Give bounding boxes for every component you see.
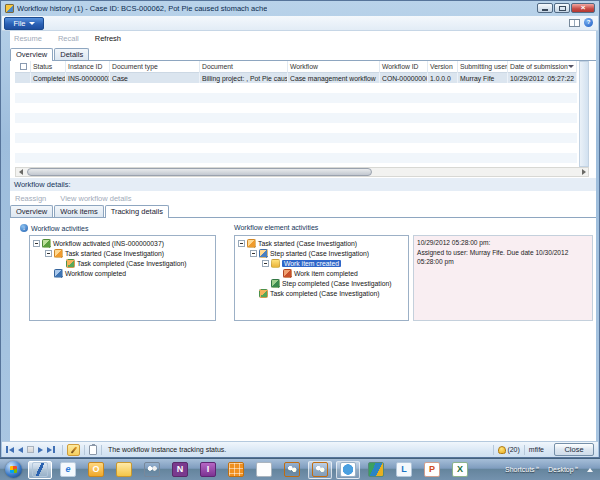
step-completed-icon <box>271 279 280 288</box>
powerpoint-icon: P <box>424 462 440 477</box>
show-hidden-icons-button[interactable] <box>587 468 593 472</box>
edit-mode-button[interactable] <box>67 444 80 456</box>
workflow-completed-icon <box>54 269 63 278</box>
grid-empty-row <box>15 133 577 143</box>
column-header-document-type[interactable]: Document type <box>110 61 200 73</box>
cell-date-of-submission: 10/29/2012 05:27:22 <box>508 73 577 83</box>
tab-work-items[interactable]: Work items <box>54 205 103 217</box>
cell-date: 10/29/2012 <box>510 75 544 82</box>
grid-horizontal-scrollbar[interactable] <box>15 167 589 177</box>
window-layout-icon[interactable] <box>569 19 580 27</box>
taskbar-internet-explorer[interactable]: e <box>56 461 80 479</box>
record-list-button[interactable] <box>27 446 34 453</box>
scroll-right-arrow[interactable] <box>579 168 588 176</box>
column-header-status[interactable]: Status <box>31 61 66 73</box>
taskbar-app-tiles[interactable] <box>224 461 248 479</box>
tab-tracking-details[interactable]: Tracking details <box>105 205 169 218</box>
column-header-workflow-id[interactable]: Workflow ID <box>380 61 428 73</box>
tree-item-workflow-completed[interactable]: Workflow completed <box>30 268 215 278</box>
tree-item-workflow-activated[interactable]: Workflow activated (INS-000000037) <box>30 238 215 248</box>
grid-empty-row <box>15 83 577 93</box>
taskbar-onenote[interactable]: N <box>168 461 192 479</box>
column-header-version[interactable]: Version <box>428 61 458 73</box>
expander-icon[interactable] <box>33 240 40 247</box>
tab-details[interactable]: Details <box>54 48 89 60</box>
arrow-left-icon <box>19 169 23 175</box>
expander-icon[interactable] <box>45 250 52 257</box>
file-menu-button[interactable]: File <box>4 17 44 30</box>
clipboard-icon[interactable] <box>89 445 97 455</box>
table-row[interactable]: Completed INS-000000037 Case Billing pro… <box>15 73 577 83</box>
next-record-button[interactable] <box>38 447 43 453</box>
title-bar[interactable]: Workflow history (1) - Case ID: BCS-0000… <box>1 1 599 16</box>
notification-bell-icon[interactable] <box>498 446 506 454</box>
tree-item-label: Work item completed <box>294 270 358 277</box>
expander-icon[interactable] <box>250 250 257 257</box>
shortcuts-toolbar[interactable]: Shortcuts » <box>505 466 539 473</box>
tab-details-overview[interactable]: Overview <box>10 205 53 217</box>
taskbar-powerpoint[interactable]: P <box>420 461 444 479</box>
folder-icon <box>116 462 132 477</box>
tree-item-work-item-created[interactable]: Work item created <box>235 258 408 268</box>
workflow-activities-tree: Workflow activated (INS-000000037) Task … <box>29 235 216 321</box>
close-button[interactable]: Close <box>554 443 594 456</box>
taskbar-sharepoint[interactable] <box>364 461 388 479</box>
cell-workflow-id: CON-000000007 <box>380 73 428 83</box>
column-header-document[interactable]: Document <box>200 61 288 73</box>
taskbar-dynamics-ax[interactable] <box>28 461 52 479</box>
column-header-workflow[interactable]: Workflow <box>288 61 380 73</box>
help-icon[interactable]: ? <box>584 18 593 27</box>
row-checkbox-cell <box>15 73 31 83</box>
arrow-left-icon <box>18 447 23 453</box>
taskbar-contacts[interactable] <box>140 461 164 479</box>
task-started-icon <box>247 239 256 248</box>
column-header-date-of-submission[interactable]: Date of submission <box>508 61 577 73</box>
scroll-left-arrow[interactable] <box>16 168 25 176</box>
tree-item-step-completed[interactable]: Step completed (Case Investigation) <box>235 278 408 288</box>
main-tabstrip: Overview Details <box>10 48 596 61</box>
taskbar-dynamics-app-2[interactable] <box>308 461 332 479</box>
taskbar: e O N I L P X Shortcuts » Desktop » <box>0 458 600 480</box>
tree-item-work-item-completed[interactable]: Work item completed <box>235 268 408 278</box>
taskbar-dynamics-app-1[interactable] <box>280 461 304 479</box>
taskbar-infopath[interactable]: I <box>196 461 220 479</box>
tree-item-task-started[interactable]: Task started (Case Investigation) <box>235 238 408 248</box>
scrollbar-thumb[interactable] <box>27 168 372 176</box>
tracking-info-message: Assigned to user: Murray Fife. Due date … <box>417 248 589 267</box>
taskbar-browser-window[interactable] <box>336 461 360 479</box>
tree-item-step-started[interactable]: Step started (Case Investigation) <box>235 248 408 258</box>
refresh-button[interactable]: Refresh <box>95 34 121 43</box>
workflow-history-window: Workflow history (1) - Case ID: BCS-0000… <box>0 0 600 458</box>
grid-vertical-scrollbar[interactable] <box>579 61 589 167</box>
arrow-right-icon <box>582 169 586 175</box>
column-header-submitting-user[interactable]: Submitting user <box>458 61 508 73</box>
taskbar-document[interactable] <box>252 461 276 479</box>
expander-icon[interactable] <box>262 260 269 267</box>
column-header-instance-id[interactable]: Instance ID <box>66 61 110 73</box>
maximize-button[interactable] <box>554 3 570 13</box>
tree-item-task-started[interactable]: Task started (Case Investigation) <box>30 248 215 258</box>
taskbar-excel[interactable]: X <box>448 461 472 479</box>
action-toolbar: Resume Recall Refresh <box>14 34 121 43</box>
excel-icon: X <box>452 462 468 477</box>
task-started-icon <box>54 249 63 258</box>
close-window-button[interactable]: × <box>571 3 595 13</box>
start-button[interactable] <box>5 461 22 478</box>
tree-item-task-completed[interactable]: Task completed (Case Investigation) <box>235 288 408 298</box>
taskbar-right: Shortcuts » Desktop » <box>505 466 600 473</box>
taskbar-outlook[interactable]: O <box>84 461 108 479</box>
tree-item-label: Workflow completed <box>65 270 126 277</box>
cell-document: Billing project: , Pot Pie caused stomac… <box>200 73 288 83</box>
tree-item-task-completed[interactable]: Task completed (Case Investigation) <box>30 258 215 268</box>
close-icon: × <box>581 4 586 12</box>
taskbar-folder[interactable] <box>112 461 136 479</box>
previous-record-button[interactable] <box>18 447 23 453</box>
tab-overview[interactable]: Overview <box>10 48 53 61</box>
select-all-checkbox[interactable] <box>15 61 31 73</box>
expander-icon[interactable] <box>238 240 245 247</box>
taskbar-lync[interactable]: L <box>392 461 416 479</box>
last-record-button[interactable] <box>47 446 55 453</box>
first-record-button[interactable] <box>6 446 14 453</box>
desktop-toolbar[interactable]: Desktop » <box>548 466 578 473</box>
minimize-button[interactable] <box>537 3 553 13</box>
